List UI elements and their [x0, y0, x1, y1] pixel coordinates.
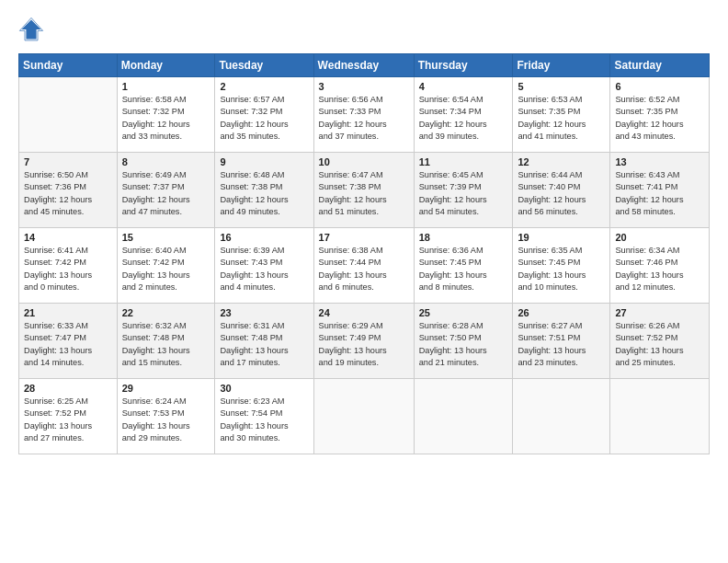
calendar-week-row: 1Sunrise: 6:58 AM Sunset: 7:32 PM Daylig…	[19, 77, 710, 153]
calendar-day-cell: 26Sunrise: 6:27 AM Sunset: 7:51 PM Dayli…	[513, 304, 610, 379]
calendar-day-cell: 1Sunrise: 6:58 AM Sunset: 7:32 PM Daylig…	[117, 77, 215, 153]
day-info: Sunrise: 6:25 AM Sunset: 7:52 PM Dayligh…	[24, 396, 112, 444]
day-number: 16	[220, 232, 308, 243]
day-number: 9	[220, 156, 308, 167]
day-info: Sunrise: 6:49 AM Sunset: 7:37 PM Dayligh…	[122, 169, 210, 218]
day-info: Sunrise: 6:27 AM Sunset: 7:51 PM Dayligh…	[518, 320, 605, 369]
calendar-day-cell: 21Sunrise: 6:33 AM Sunset: 7:47 PM Dayli…	[19, 304, 118, 379]
day-number: 18	[419, 232, 508, 243]
day-info: Sunrise: 6:53 AM Sunset: 7:35 PM Dayligh…	[518, 94, 605, 143]
day-info: Sunrise: 6:48 AM Sunset: 7:38 PM Dayligh…	[220, 169, 308, 218]
logo-icon	[18, 17, 44, 42]
day-info: Sunrise: 6:58 AM Sunset: 7:32 PM Dayligh…	[122, 94, 210, 143]
weekday-friday: Friday	[513, 54, 610, 77]
day-number: 2	[220, 81, 308, 92]
day-number: 3	[319, 81, 409, 92]
day-number: 4	[419, 81, 508, 92]
weekday-tuesday: Tuesday	[215, 54, 313, 77]
day-info: Sunrise: 6:52 AM Sunset: 7:35 PM Dayligh…	[615, 94, 704, 143]
weekday-sunday: Sunday	[19, 54, 118, 77]
day-info: Sunrise: 6:40 AM Sunset: 7:42 PM Dayligh…	[122, 245, 210, 293]
calendar-day-cell	[313, 379, 414, 454]
weekday-saturday: Saturday	[610, 54, 710, 77]
day-number: 13	[615, 156, 704, 167]
day-info: Sunrise: 6:43 AM Sunset: 7:41 PM Dayligh…	[615, 169, 704, 218]
day-number: 19	[518, 232, 605, 243]
calendar-week-row: 14Sunrise: 6:41 AM Sunset: 7:42 PM Dayli…	[19, 228, 710, 304]
day-info: Sunrise: 6:31 AM Sunset: 7:48 PM Dayligh…	[220, 320, 308, 369]
calendar-day-cell: 27Sunrise: 6:26 AM Sunset: 7:52 PM Dayli…	[610, 304, 710, 379]
weekday-monday: Monday	[117, 54, 215, 77]
day-number: 20	[615, 232, 704, 243]
weekday-header-row: SundayMondayTuesdayWednesdayThursdayFrid…	[19, 54, 710, 77]
day-info: Sunrise: 6:32 AM Sunset: 7:48 PM Dayligh…	[122, 320, 210, 369]
day-info: Sunrise: 6:44 AM Sunset: 7:40 PM Dayligh…	[518, 169, 605, 218]
calendar-day-cell: 8Sunrise: 6:49 AM Sunset: 7:37 PM Daylig…	[117, 153, 215, 228]
calendar-day-cell: 4Sunrise: 6:54 AM Sunset: 7:34 PM Daylig…	[414, 77, 513, 153]
day-info: Sunrise: 6:38 AM Sunset: 7:44 PM Dayligh…	[319, 245, 409, 293]
day-number: 22	[122, 307, 210, 318]
day-number: 14	[24, 232, 112, 243]
day-number: 26	[518, 307, 605, 318]
calendar-day-cell: 7Sunrise: 6:50 AM Sunset: 7:36 PM Daylig…	[19, 153, 118, 228]
day-info: Sunrise: 6:34 AM Sunset: 7:46 PM Dayligh…	[615, 245, 704, 293]
day-number: 29	[122, 383, 210, 394]
calendar-week-row: 21Sunrise: 6:33 AM Sunset: 7:47 PM Dayli…	[19, 304, 710, 379]
calendar-day-cell	[610, 379, 710, 454]
calendar-day-cell: 9Sunrise: 6:48 AM Sunset: 7:38 PM Daylig…	[215, 153, 313, 228]
calendar-day-cell: 28Sunrise: 6:25 AM Sunset: 7:52 PM Dayli…	[19, 379, 118, 454]
weekday-thursday: Thursday	[414, 54, 513, 77]
day-info: Sunrise: 6:23 AM Sunset: 7:54 PM Dayligh…	[220, 396, 308, 444]
day-number: 11	[419, 156, 508, 167]
calendar-day-cell	[513, 379, 610, 454]
calendar-day-cell: 29Sunrise: 6:24 AM Sunset: 7:53 PM Dayli…	[117, 379, 215, 454]
header	[18, 17, 710, 42]
logo	[18, 17, 48, 42]
day-info: Sunrise: 6:36 AM Sunset: 7:45 PM Dayligh…	[419, 245, 508, 293]
calendar-day-cell: 2Sunrise: 6:57 AM Sunset: 7:32 PM Daylig…	[215, 77, 313, 153]
calendar-day-cell: 25Sunrise: 6:28 AM Sunset: 7:50 PM Dayli…	[414, 304, 513, 379]
day-number: 5	[518, 81, 605, 92]
calendar-table: SundayMondayTuesdayWednesdayThursdayFrid…	[18, 53, 710, 454]
day-number: 25	[419, 307, 508, 318]
calendar-day-cell: 18Sunrise: 6:36 AM Sunset: 7:45 PM Dayli…	[414, 228, 513, 304]
day-number: 12	[518, 156, 605, 167]
day-info: Sunrise: 6:35 AM Sunset: 7:45 PM Dayligh…	[518, 245, 605, 293]
day-number: 27	[615, 307, 704, 318]
day-number: 8	[122, 156, 210, 167]
day-number: 6	[615, 81, 704, 92]
day-info: Sunrise: 6:45 AM Sunset: 7:39 PM Dayligh…	[419, 169, 508, 218]
day-number: 23	[220, 307, 308, 318]
calendar-day-cell: 6Sunrise: 6:52 AM Sunset: 7:35 PM Daylig…	[610, 77, 710, 153]
day-number: 30	[220, 383, 308, 394]
calendar-day-cell: 22Sunrise: 6:32 AM Sunset: 7:48 PM Dayli…	[117, 304, 215, 379]
calendar-day-cell: 3Sunrise: 6:56 AM Sunset: 7:33 PM Daylig…	[313, 77, 414, 153]
day-info: Sunrise: 6:29 AM Sunset: 7:49 PM Dayligh…	[319, 320, 409, 369]
day-info: Sunrise: 6:28 AM Sunset: 7:50 PM Dayligh…	[419, 320, 508, 369]
calendar-day-cell: 5Sunrise: 6:53 AM Sunset: 7:35 PM Daylig…	[513, 77, 610, 153]
calendar-day-cell: 20Sunrise: 6:34 AM Sunset: 7:46 PM Dayli…	[610, 228, 710, 304]
day-number: 10	[319, 156, 409, 167]
calendar-day-cell: 19Sunrise: 6:35 AM Sunset: 7:45 PM Dayli…	[513, 228, 610, 304]
calendar-day-cell: 10Sunrise: 6:47 AM Sunset: 7:38 PM Dayli…	[313, 153, 414, 228]
calendar-day-cell: 24Sunrise: 6:29 AM Sunset: 7:49 PM Dayli…	[313, 304, 414, 379]
calendar-day-cell: 30Sunrise: 6:23 AM Sunset: 7:54 PM Dayli…	[215, 379, 313, 454]
day-info: Sunrise: 6:24 AM Sunset: 7:53 PM Dayligh…	[122, 396, 210, 444]
calendar-day-cell: 14Sunrise: 6:41 AM Sunset: 7:42 PM Dayli…	[19, 228, 118, 304]
day-info: Sunrise: 6:56 AM Sunset: 7:33 PM Dayligh…	[319, 94, 409, 143]
day-number: 17	[319, 232, 409, 243]
calendar-day-cell: 17Sunrise: 6:38 AM Sunset: 7:44 PM Dayli…	[313, 228, 414, 304]
day-info: Sunrise: 6:50 AM Sunset: 7:36 PM Dayligh…	[24, 169, 112, 218]
calendar-day-cell	[414, 379, 513, 454]
page: SundayMondayTuesdayWednesdayThursdayFrid…	[0, 0, 728, 464]
day-number: 21	[24, 307, 112, 318]
day-info: Sunrise: 6:26 AM Sunset: 7:52 PM Dayligh…	[615, 320, 704, 369]
calendar-day-cell: 12Sunrise: 6:44 AM Sunset: 7:40 PM Dayli…	[513, 153, 610, 228]
day-number: 24	[319, 307, 409, 318]
day-number: 15	[122, 232, 210, 243]
calendar-week-row: 7Sunrise: 6:50 AM Sunset: 7:36 PM Daylig…	[19, 153, 710, 228]
calendar-day-cell: 15Sunrise: 6:40 AM Sunset: 7:42 PM Dayli…	[117, 228, 215, 304]
day-info: Sunrise: 6:54 AM Sunset: 7:34 PM Dayligh…	[419, 94, 508, 143]
day-info: Sunrise: 6:57 AM Sunset: 7:32 PM Dayligh…	[220, 94, 308, 143]
day-info: Sunrise: 6:41 AM Sunset: 7:42 PM Dayligh…	[24, 245, 112, 293]
